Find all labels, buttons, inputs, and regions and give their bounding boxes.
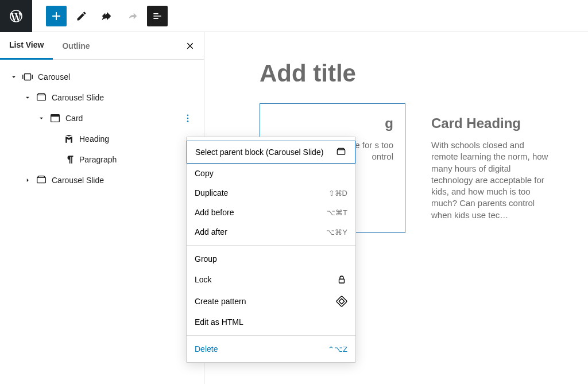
pattern-icon	[336, 296, 347, 307]
menu-label: Select parent block (Carousel Slide)	[195, 148, 323, 157]
menu-delete[interactable]: Delete ⌃⌥Z	[187, 339, 355, 359]
menu-label: Copy	[195, 169, 214, 178]
carousel-icon	[21, 70, 34, 84]
tree-label: Carousel	[38, 72, 199, 82]
svg-point-5	[187, 118, 189, 119]
tab-list-view[interactable]: List View	[0, 32, 53, 60]
menu-duplicate[interactable]: Duplicate ⇧⌘D	[187, 183, 355, 203]
menu-lock[interactable]: Lock	[187, 269, 355, 290]
document-overview-panel: List View Outline Carousel Carousel Slid…	[0, 32, 204, 384]
menu-label: Lock	[195, 275, 212, 284]
tree-item-card[interactable]: Card	[5, 108, 199, 129]
svg-point-4	[187, 114, 189, 116]
svg-rect-8	[337, 150, 345, 154]
card-heading[interactable]: Card Heading	[431, 115, 553, 131]
menu-add-before[interactable]: Add before ⌥⌘T	[187, 203, 355, 222]
block-options-button[interactable]	[181, 111, 195, 125]
card-heading[interactable]: g	[272, 115, 393, 131]
svg-rect-7	[37, 177, 46, 183]
tree-item-carousel-slide[interactable]: Carousel Slide	[5, 170, 199, 191]
slide-icon	[335, 146, 347, 158]
edit-tools-button[interactable]	[71, 6, 92, 26]
close-icon	[185, 41, 195, 51]
tree-item-heading[interactable]: Heading	[5, 129, 199, 149]
card-paragraph[interactable]: With schools closed and remote learning …	[431, 139, 553, 221]
keyboard-shortcut: ⌥⌘Y	[326, 228, 347, 236]
heading-icon	[62, 132, 76, 146]
tree-label: Carousel Slide	[52, 93, 199, 102]
undo-button[interactable]	[96, 6, 117, 26]
menu-group[interactable]: Group	[187, 249, 355, 269]
menu-create-pattern[interactable]: Create pattern	[187, 290, 355, 312]
tree-label: Card	[65, 114, 181, 123]
close-panel-button[interactable]	[183, 39, 197, 53]
tree-label: Paragraph	[79, 155, 199, 164]
menu-add-after[interactable]: Add after ⌥⌘Y	[187, 222, 355, 242]
slide-icon	[34, 173, 48, 187]
svg-rect-3	[51, 115, 60, 117]
chevron-right-icon[interactable]	[21, 173, 34, 187]
menu-label: Delete	[195, 344, 218, 354]
tree-label: Carousel Slide	[52, 176, 199, 185]
svg-rect-0	[25, 74, 31, 80]
svg-rect-9	[339, 279, 345, 283]
menu-edit-html[interactable]: Edit as HTML	[187, 312, 355, 332]
chevron-down-icon[interactable]	[7, 70, 21, 84]
paragraph-icon	[62, 153, 76, 166]
menu-copy[interactable]: Copy	[187, 164, 355, 183]
plus-icon	[49, 9, 63, 23]
keyboard-shortcut: ⌃⌥Z	[328, 345, 347, 354]
svg-rect-1	[37, 95, 46, 100]
svg-point-6	[187, 121, 189, 122]
wordpress-logo[interactable]	[0, 0, 32, 32]
menu-label: Edit as HTML	[195, 317, 243, 327]
sidebar-tabs: List View Outline	[0, 32, 204, 60]
more-vertical-icon	[183, 113, 193, 123]
wordpress-icon	[9, 9, 24, 24]
menu-label: Add before	[195, 208, 234, 217]
tab-outline[interactable]: Outline	[53, 32, 99, 60]
list-icon	[152, 10, 163, 22]
toolbar-buttons	[32, 6, 168, 26]
add-block-button[interactable]	[46, 6, 67, 26]
menu-label: Group	[195, 254, 217, 263]
redo-icon	[126, 10, 138, 22]
svg-rect-10	[336, 296, 347, 307]
card-icon	[48, 111, 62, 125]
svg-rect-11	[339, 298, 344, 304]
tree-item-carousel[interactable]: Carousel	[5, 67, 199, 87]
keyboard-shortcut: ⇧⌘D	[328, 189, 347, 197]
keyboard-shortcut: ⌥⌘T	[327, 208, 347, 217]
menu-label: Create pattern	[195, 297, 246, 306]
menu-label: Duplicate	[195, 188, 228, 197]
redo-button[interactable]	[122, 6, 142, 26]
top-toolbar	[0, 0, 588, 32]
pencil-icon	[76, 10, 87, 22]
undo-icon	[100, 10, 113, 22]
block-list-tree: Carousel Carousel Slide Card Heading Par…	[0, 60, 204, 197]
chevron-down-icon[interactable]	[21, 91, 34, 104]
tree-label: Heading	[79, 134, 199, 143]
tree-item-paragraph[interactable]: Paragraph	[5, 149, 199, 170]
post-title-input[interactable]: Add title	[260, 60, 565, 87]
card-block[interactable]: Card Heading With schools closed and rem…	[419, 103, 565, 233]
slide-icon	[34, 91, 48, 104]
tree-item-carousel-slide[interactable]: Carousel Slide	[5, 87, 199, 108]
lock-icon	[336, 274, 347, 285]
chevron-down-icon[interactable]	[34, 111, 48, 125]
menu-select-parent[interactable]: Select parent block (Carousel Slide)	[187, 141, 355, 164]
menu-label: Add after	[195, 227, 227, 236]
block-options-menu: Select parent block (Carousel Slide) Cop…	[186, 137, 356, 363]
document-overview-button[interactable]	[147, 6, 168, 26]
